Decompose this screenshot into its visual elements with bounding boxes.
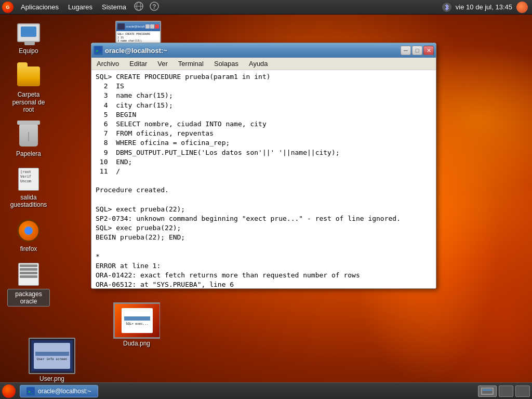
- icon-salida-guestaditions[interactable]: [root Verif Uncom salida guestaditions: [5, 165, 52, 211]
- packages-oracle-icon-img: [16, 262, 41, 287]
- duda-thumb-img: SQL> exec...: [113, 302, 160, 339]
- icon-firefox[interactable]: firefox: [5, 216, 52, 255]
- icon-duda-png[interactable]: SQL> exec... Duda.png: [113, 302, 160, 347]
- top-panel-left: G Aplicaciones Lugares Sistema ?: [0, 0, 162, 15]
- carpeta-personal-icon-img: [16, 64, 41, 89]
- terminal-menubar: Archivo Editar Ver Terminal Solapas Ayud…: [91, 58, 436, 70]
- papelera-icon-img: [16, 123, 41, 148]
- carpeta-personal-label: Carpeta personal de root: [7, 91, 50, 113]
- icon-papelera[interactable]: Papelera: [5, 121, 52, 159]
- taskbar-right: [478, 385, 532, 397]
- user-label: User.png: [39, 375, 64, 382]
- taskbar-win-btn-3[interactable]: [515, 385, 530, 397]
- svg-rect-8: [482, 388, 493, 394]
- icon-carpeta-personal[interactable]: Carpeta personal de root: [5, 62, 52, 115]
- menu-editar[interactable]: Editar: [124, 59, 152, 69]
- terminal-content[interactable]: SQL> CREATE PROCEDURE prueba(param1 in i…: [91, 70, 436, 288]
- papelera-label: Papelera: [16, 150, 41, 157]
- top-panel-right: vie 10 de jul, 13:45: [442, 2, 532, 13]
- icon-equipo[interactable]: Equipo: [5, 18, 52, 57]
- terminal-app-icon: >_: [94, 46, 103, 55]
- firefox-icon-img: [16, 218, 41, 243]
- user-thumb-img: User info screen: [29, 338, 75, 374]
- titlebar-buttons: ─ □ ✕: [401, 46, 434, 55]
- svg-text:>_: >_: [96, 48, 101, 54]
- desktop-icons: Equipo Carpeta personal de root Papelera: [5, 18, 52, 309]
- help-icon: ?: [147, 0, 162, 15]
- svg-text:?: ?: [152, 3, 156, 10]
- taskbar-win-btn-2[interactable]: [499, 385, 513, 397]
- taskbar-left: >_ oracle@localhost:~: [0, 384, 98, 398]
- bluetooth-icon: [442, 3, 451, 12]
- packages-oracle-label: packages oracle: [7, 289, 50, 307]
- terminal-output: SQL> CREATE PROCEDURE prueba(param1 in i…: [96, 72, 432, 288]
- svg-rect-9: [483, 389, 492, 391]
- salida-guestaditions-icon-img: [root Verif Uncom: [16, 167, 41, 192]
- icon-packages-oracle[interactable]: packages oracle: [5, 260, 52, 309]
- terminal-title: oracle@localhost:~: [105, 47, 167, 55]
- svg-text:>_: >_: [28, 390, 33, 394]
- menu-archivo[interactable]: Archivo: [91, 59, 124, 69]
- menu-ver[interactable]: Ver: [152, 59, 173, 69]
- terminal-titlebar: >_ oracle@localhost:~ ─ □ ✕: [91, 43, 436, 58]
- taskbar-logo: [2, 384, 16, 398]
- gnome-logo: G: [2, 2, 14, 13]
- close-button[interactable]: ✕: [423, 46, 434, 55]
- taskbar-terminal-label: oracle@localhost:~: [38, 388, 91, 395]
- menu-sistema[interactable]: Sistema: [98, 2, 130, 12]
- network-icon: [131, 0, 146, 15]
- salida-guestaditions-label: salida guestaditions: [7, 194, 50, 209]
- taskbar-terminal-icon: >_: [26, 387, 35, 395]
- menu-aplicaciones[interactable]: Aplicaciones: [17, 2, 63, 12]
- menu-terminal[interactable]: Terminal: [173, 59, 209, 69]
- equipo-icon-img: [16, 20, 41, 45]
- equipo-label: Equipo: [19, 47, 38, 55]
- user-avatar: [516, 2, 528, 13]
- taskbar-win-btn-1[interactable]: [478, 385, 497, 397]
- menu-solapas[interactable]: Solapas: [209, 59, 244, 69]
- maximize-button[interactable]: □: [412, 46, 422, 55]
- titlebar-left: >_ oracle@localhost:~: [94, 46, 167, 55]
- top-panel: G Aplicaciones Lugares Sistema ?: [0, 0, 532, 15]
- datetime-label: vie 10 de jul, 13:45: [456, 3, 512, 11]
- firefox-label: firefox: [20, 245, 37, 252]
- menu-lugares[interactable]: Lugares: [64, 2, 97, 12]
- desktop: G Aplicaciones Lugares Sistema ?: [0, 0, 532, 399]
- icon-user-png[interactable]: User info screen User.png: [29, 338, 75, 382]
- taskbar: >_ oracle@localhost:~: [0, 382, 532, 399]
- terminal-window: >_ oracle@localhost:~ ─ □ ✕ Archivo Edit…: [91, 43, 436, 289]
- minimize-button[interactable]: ─: [401, 46, 411, 55]
- duda-label: Duda.png: [113, 340, 160, 347]
- taskbar-terminal-item[interactable]: >_ oracle@localhost:~: [20, 385, 98, 397]
- menu-ayuda[interactable]: Ayuda: [244, 59, 273, 69]
